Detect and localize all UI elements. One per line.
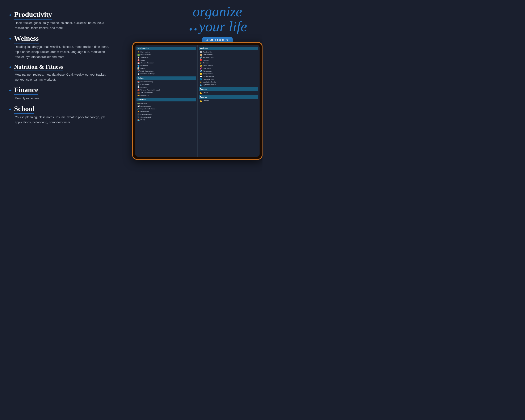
wellness-diamond-icon: ✦ xyxy=(8,36,12,41)
school-section: ✦ School Course planning, class notes, r… xyxy=(8,105,113,125)
table-row: 😊Mood Tracker xyxy=(199,64,259,67)
table-row: 🪣Bucketlist xyxy=(137,64,196,67)
wellness-section: ✦ Welness Reading list, daily journal, w… xyxy=(8,34,113,60)
table-row: 📖Reading List xyxy=(199,51,259,53)
productivity-desc: Habit tracker, goals, daily routine, cal… xyxy=(15,21,113,31)
table-row: 🌐Language Hub xyxy=(199,78,259,81)
table-row: 🤝Networking xyxy=(137,94,196,97)
headline-container: organize ✦✦your life +50 TOOLS xyxy=(178,4,256,44)
tablet-right-col: Wellness 📖Reading List 📔Daily Journal 🔗R… xyxy=(198,45,260,157)
tablet-nutrition-header: Nutrition xyxy=(137,98,196,102)
table-row: 🎁Wishlist xyxy=(199,59,259,62)
school-title: School xyxy=(14,105,34,114)
table-row: 📄Resume xyxy=(137,86,196,89)
tablet-mockup: Productivity 🏃Daily routine ✅Habit Track… xyxy=(132,42,262,160)
table-row: 🏪Pantry xyxy=(137,118,196,121)
table-row: 💼Job Applications xyxy=(137,91,196,94)
nutrition-desc: Meal panner, recipes, meal database, Goa… xyxy=(15,72,113,82)
school-desc: Course planning, class notes, resume, wh… xyxy=(15,115,113,125)
tablet-productivity-header: Productivity xyxy=(137,47,196,50)
tablet-school-header: School xyxy=(137,76,196,80)
table-row: 📝Notes xyxy=(137,67,196,70)
table-row: 🏃Daily routine xyxy=(137,51,196,53)
table-row: ✅Habit Tracker xyxy=(137,53,196,56)
table-row: ⏱️Flowtime Technique xyxy=(137,73,196,75)
table-row: 🧪Ingredients Database xyxy=(137,108,196,110)
table-row: 🎥Cooking videos xyxy=(137,113,196,116)
finance-section: ✦ Finance Monthly expenses xyxy=(8,86,113,101)
table-row: 💕Date Ideas xyxy=(199,67,259,70)
table-row: 💪Fitness xyxy=(199,91,259,94)
table-row: 🎉2023 Resolutions xyxy=(137,70,196,73)
table-row: 📓Class Notes xyxy=(137,83,196,86)
productivity-title: Productivity xyxy=(14,10,52,19)
table-row: 📔Daily Journal xyxy=(199,53,259,56)
finance-diamond-icon: ✦ xyxy=(8,88,12,93)
tablet-finance-header: Finance xyxy=(199,95,259,99)
nutrition-section: ✦ Nutrition & Fitness Meal panner, recip… xyxy=(8,63,113,82)
table-row: ✈️Trip planner xyxy=(199,70,259,73)
tablet-wellness-header: Wellness xyxy=(199,47,259,50)
table-row: 💭Dream Tracker xyxy=(199,75,259,78)
table-row: ✨Skincare xyxy=(199,62,259,64)
table-row: 🔗Random Links xyxy=(199,56,259,59)
table-row: 🍳My Kitchen xyxy=(137,110,196,113)
table-row: 😴Sleep Tracker xyxy=(199,73,259,75)
finance-desc: Monthly expenses xyxy=(15,96,113,101)
table-row: 🥗Nutrition xyxy=(137,102,196,105)
tablet-left-col: Productivity 🏃Daily routine ✅Habit Track… xyxy=(135,45,198,157)
table-row: 📚Course Planning xyxy=(137,80,196,83)
wellness-title: Welness xyxy=(14,34,39,44)
table-row: 📅Content Calendar xyxy=(137,62,196,64)
school-diamond-icon: ✦ xyxy=(8,107,12,112)
headline-organize: organize ✦✦your life xyxy=(178,4,256,34)
table-row: 🧘Meditation Tracker xyxy=(199,81,259,83)
productivity-diamond-icon: ✦ xyxy=(8,13,12,18)
table-row: 🎒What to Pack for College? xyxy=(137,89,196,91)
table-row: 🍽️Recipes Gallery xyxy=(137,105,196,108)
nutrition-diamond-icon: ✦ xyxy=(8,65,12,70)
finance-title: Finance xyxy=(14,86,38,95)
nutrition-title: Nutrition & Fitness xyxy=(14,63,63,71)
table-row: 🎯Goals xyxy=(137,59,196,62)
productivity-section: ✦ Productivity Habit tracker, goals, dai… xyxy=(8,10,113,31)
tablet-fitness-header: Fitness xyxy=(199,87,259,91)
table-row: 💧Hydration Tracker xyxy=(199,83,259,86)
table-row: 📋Tasks Hub xyxy=(137,56,196,59)
tablet-screen: Productivity 🏃Daily routine ✅Habit Track… xyxy=(135,45,260,157)
table-row: 🛒Shopping List xyxy=(137,116,196,118)
table-row: 💰Finance xyxy=(199,99,259,102)
wellness-desc: Reading list, daily journal, wishlist, s… xyxy=(15,45,113,60)
